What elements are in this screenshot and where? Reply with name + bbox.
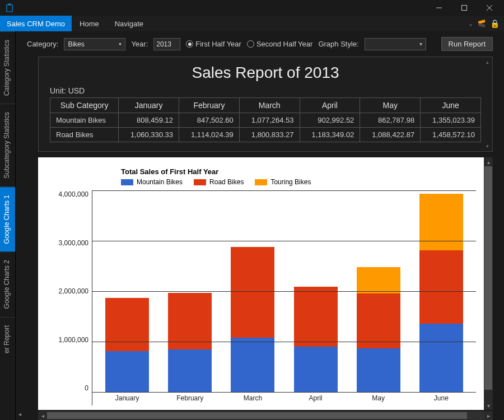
category-value: Bikes — [68, 40, 84, 48]
bar-group — [357, 267, 400, 392]
year-label: Year: — [131, 40, 148, 48]
run-report-button[interactable]: Run Report — [441, 37, 493, 51]
y-tick: 1,000,000 — [59, 336, 88, 344]
scroll-up-icon[interactable]: ▴ — [483, 58, 491, 66]
chart-legend: Mountain BikesRoad BikesTouring Bikes — [121, 178, 476, 186]
sidebar-tab-google-charts-1[interactable]: Google Charts 1 — [0, 186, 15, 251]
window-close-button[interactable] — [477, 0, 502, 16]
col-header: April — [300, 98, 360, 113]
window-maximize-button[interactable] — [451, 0, 477, 16]
x-tick: May — [357, 392, 400, 405]
app-clipboard-icon — [6, 3, 13, 12]
legend-item: Mountain Bikes — [121, 178, 183, 186]
y-tick: 4,000,000 — [59, 190, 88, 198]
cell: 902,992.52 — [300, 113, 360, 128]
filter-bar: Category: Bikes ▾ Year: First Half Year … — [16, 31, 504, 57]
bar-segment — [294, 287, 338, 347]
legend-label: Mountain Bikes — [137, 178, 183, 186]
bar-segment — [294, 347, 338, 392]
legend-swatch-icon — [194, 179, 206, 185]
legend-label: Road Bikes — [209, 178, 244, 186]
y-tick: 3,000,000 — [59, 239, 88, 247]
report-table: Sub Category January February March Apri… — [50, 97, 481, 142]
bar-segment — [168, 293, 212, 349]
grid-line — [92, 342, 476, 342]
chart-vscrollbar[interactable]: ▴ ▾ — [484, 157, 493, 410]
col-header: June — [421, 98, 481, 113]
category-label: Category: — [27, 40, 58, 48]
cell: 1,114,024.39 — [179, 128, 240, 142]
y-axis: 4,000,0003,000,0002,000,0001,000,0000 — [55, 190, 92, 405]
x-tick: June — [419, 392, 463, 405]
col-header: February — [179, 98, 240, 113]
category-combo[interactable]: Bikes ▾ — [64, 38, 125, 50]
bar-group — [294, 287, 338, 392]
x-tick: February — [168, 392, 212, 405]
grid-line — [92, 190, 476, 191]
scroll-left-icon[interactable]: ◂ — [38, 413, 47, 419]
sidebar-tab-subcategory-statistics[interactable]: Subcategory Statistics — [0, 104, 15, 186]
sidebar-tab-google-charts-2[interactable]: Google Charts 2 — [0, 251, 15, 316]
chart-panel: Total Sales of First Half Year Mountain … — [38, 157, 493, 410]
scroll-down-icon[interactable]: ▾ — [484, 401, 493, 410]
svg-rect-0 — [7, 4, 12, 12]
chart-hscrollbar[interactable]: ◂ ▸ — [38, 411, 493, 420]
grid-line — [92, 291, 476, 292]
cell: 1,077,264.53 — [239, 113, 300, 128]
table-row: Road Bikes 1,060,330.33 1,114,024.39 1,8… — [50, 128, 481, 142]
x-tick: March — [231, 392, 274, 405]
report-vscrollbar[interactable]: ▴ ▾ — [483, 58, 491, 150]
bar-group — [105, 298, 149, 392]
legend-swatch-icon — [121, 179, 133, 185]
legend-item: Touring Bikes — [255, 178, 311, 186]
chart-container: Total Sales of First Half Year Mountain … — [38, 157, 493, 420]
bar-segment — [168, 349, 212, 392]
chart-title: Total Sales of First Half Year — [121, 167, 476, 176]
app-name-tab[interactable]: Sales CRM Demo — [0, 16, 72, 31]
bar-segment — [419, 250, 463, 324]
radio-first-half[interactable]: First Half Year — [186, 40, 241, 48]
radio-indicator-icon — [247, 40, 254, 48]
sidebar-tab-er-report[interactable]: er Report — [0, 317, 15, 361]
legend-label: Touring Bikes — [270, 178, 311, 186]
bar-segment — [419, 324, 463, 392]
sidebar-tab-category-statistics[interactable]: Category Statistics — [0, 31, 15, 104]
bar-group — [168, 293, 212, 392]
bar-segment — [105, 351, 149, 392]
grid-line — [92, 392, 476, 393]
window-titlebar — [0, 0, 504, 16]
scroll-up-icon[interactable]: ▴ — [484, 157, 493, 166]
cell: 1,088,422.87 — [360, 128, 421, 142]
graph-style-combo[interactable]: ▾ — [365, 38, 426, 50]
cell: 1,458,572.10 — [421, 128, 481, 142]
collapse-left-icon[interactable]: ◂ — [16, 410, 24, 418]
cell: Mountain Bikes — [50, 113, 119, 128]
legend-swatch-icon — [255, 179, 267, 185]
menubar: Sales CRM Demo Home Navigate ⌄ 🔒 — [0, 16, 504, 31]
menu-home[interactable]: Home — [72, 16, 107, 31]
bar-segment — [357, 293, 400, 348]
cell: 1,355,023.39 — [421, 113, 481, 128]
menu-navigate[interactable]: Navigate — [107, 16, 151, 31]
radio-indicator-icon — [186, 40, 193, 48]
year-input[interactable] — [153, 38, 180, 50]
grid-line — [92, 241, 476, 241]
scroll-down-icon[interactable]: ▾ — [483, 142, 491, 150]
chevron-down-icon[interactable]: ⌄ — [468, 20, 473, 27]
col-header: January — [119, 98, 179, 113]
bar-segment — [419, 194, 463, 250]
bar-segment — [231, 338, 274, 392]
bar-group — [231, 247, 274, 392]
bar-segment — [357, 267, 400, 294]
x-axis: JanuaryFebruaryMarchAprilMayJune — [92, 392, 476, 405]
svg-rect-1 — [8, 4, 11, 6]
col-header: May — [360, 98, 421, 113]
legend-item: Road Bikes — [194, 178, 244, 186]
y-tick: 0 — [85, 384, 88, 392]
cell: 808,459.12 — [119, 113, 179, 128]
table-row: Mountain Bikes 808,459.12 847,502.60 1,0… — [50, 113, 481, 128]
scroll-right-icon[interactable]: ▸ — [484, 413, 493, 419]
window-minimize-button[interactable] — [426, 0, 451, 16]
lock-icon[interactable]: 🔒 — [490, 19, 500, 28]
radio-second-half[interactable]: Second Half Year — [247, 40, 312, 48]
